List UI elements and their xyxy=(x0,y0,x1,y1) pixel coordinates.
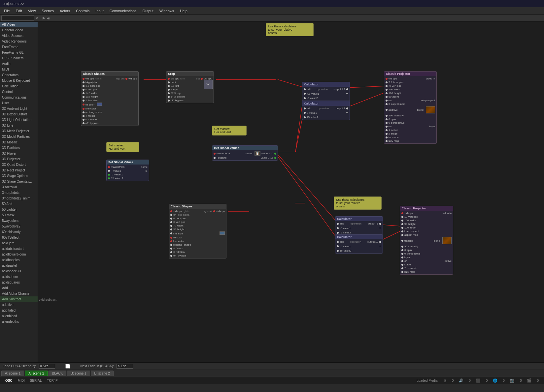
sidebar-item-general-video[interactable]: General Video xyxy=(0,27,38,33)
scene-tab-b1[interactable]: B: scene 1 xyxy=(67,371,90,376)
calculator-node-3[interactable]: Calculator add operation output -1 -5val… xyxy=(335,216,383,235)
sidebar-item-acid-jam[interactable]: acid jam xyxy=(0,240,38,246)
sidebar-item-50add[interactable]: 50 Add xyxy=(0,201,38,207)
sidebar-item-50lighten[interactable]: 50 Lighten xyxy=(0,207,38,212)
sidebar-item-communications[interactable]: Communications xyxy=(0,95,38,100)
menu-input[interactable]: Input xyxy=(93,8,106,14)
sidebar-item-aggitated[interactable]: aggitated xyxy=(0,308,38,313)
sidebar-item-3d-bezier[interactable]: 3D Bezier Distort xyxy=(0,111,38,117)
transport-tcp[interactable]: TCP/IP xyxy=(47,379,57,382)
menu-communications[interactable]: Communications xyxy=(107,8,139,14)
calculator-node-4[interactable]: Calculator add operation output 10 -5val… xyxy=(335,234,383,254)
sidebar-item-audio[interactable]: Audio xyxy=(0,61,38,67)
sidebar-item-glsl[interactable]: GLSL Shaders xyxy=(0,55,38,61)
sidebar-item-mouse-keyboard[interactable]: Mouse & Keyboard xyxy=(0,78,38,83)
main-layout: All Video General Video Video Sources Vi… xyxy=(0,22,544,362)
sidebar-item-freeframe-gl[interactable]: FreeFrame GL xyxy=(0,50,38,55)
get-global-values-node[interactable]: Get Global Values masterPOS name 📋 value… xyxy=(212,145,278,161)
canvas-area[interactable]: Use these calculatorsto set your relativ… xyxy=(38,22,544,362)
sidebar-item-3d-mesh[interactable]: 3D Mesh Projector xyxy=(0,128,38,134)
comment-set-master: Set master:Hor and Vert xyxy=(106,142,139,152)
scene-tab-b2[interactable]: B: scene 2 xyxy=(91,371,114,376)
sidebar-item-3d-line[interactable]: 3D Line xyxy=(0,123,38,128)
menu-actors[interactable]: Actors xyxy=(57,8,73,14)
search-input[interactable] xyxy=(1,15,34,21)
sidebar-item-acidsphere[interactable]: acidsphere xyxy=(0,274,38,280)
sidebar-item-3morphdots[interactable]: 3morphdots xyxy=(0,190,38,196)
sidebar-item-3d-mosaic[interactable]: 3D Mosaic xyxy=(0,139,38,145)
calculator-node-2[interactable]: Calculator add operation output 7 8value… xyxy=(302,101,350,120)
sidebar-item-3d-ambient[interactable]: 3D Ambient Light xyxy=(0,106,38,111)
sidebar-item-60stv[interactable]: 60sTVeffect xyxy=(0,235,38,240)
transport-midi[interactable]: MIDI xyxy=(18,379,25,382)
sidebar-item-3d-stage-options[interactable]: 3D Stage Options xyxy=(0,173,38,179)
sidebar-item-60acid[interactable]: 60acidcandy xyxy=(0,229,38,235)
play-icon[interactable]: ▶ xyxy=(43,16,45,20)
scene-tab-a1[interactable]: A: scene 1 xyxy=(1,371,24,376)
sidebar-item-acidsquares[interactable]: acidsquares xyxy=(0,280,38,285)
sidebar-item-acidflower[interactable]: acidflowerbloom xyxy=(0,252,38,257)
sidebar-item-3d-stage-orient[interactable]: 3D Stage Orientati... xyxy=(0,179,38,184)
sidebar-item-add[interactable]: Add xyxy=(0,285,38,291)
sidebar-item-additive[interactable]: additive xyxy=(0,302,38,308)
sidebar-item-video-renderers[interactable]: Video Renderers xyxy=(0,39,38,44)
menu-controls[interactable]: Controls xyxy=(73,8,92,14)
sidebar-item-alienblood[interactable]: alienblood xyxy=(0,313,38,319)
fade-value-input[interactable] xyxy=(39,364,55,369)
transport-serial[interactable]: SERIAL xyxy=(30,379,42,382)
sidebar-item-generators[interactable]: Generators xyxy=(0,72,38,78)
menu-scenes[interactable]: Scenes xyxy=(39,8,56,14)
menu-output[interactable]: Output xyxy=(140,8,156,14)
scene-tab-a2[interactable]: A: scene 2 xyxy=(25,371,48,376)
calculator-node-1[interactable]: Calculator add operation output 1.1 7.1v… xyxy=(302,82,350,101)
sidebar-item-3d-rect[interactable]: 3D Rect Project xyxy=(0,167,38,173)
fade-checkbox[interactable] xyxy=(58,364,78,369)
menu-file[interactable]: File xyxy=(1,8,13,14)
sidebar-item-3morphdots2[interactable]: 3morphdots2_anim xyxy=(0,196,38,201)
titlebar: projectors.izz xyxy=(0,0,544,7)
sidebar-item-3isacrowd[interactable]: 3isacrowd xyxy=(0,184,38,190)
comment-text: Use these calculatorsto set your relativ… xyxy=(268,25,311,35)
sidebar-item-3d-light[interactable]: 3D Light Orientation xyxy=(0,117,38,123)
sidebar-item-3d-particles[interactable]: 3D Particles xyxy=(0,145,38,151)
sidebar-item-user[interactable]: User xyxy=(0,100,38,106)
classic-shapes-node-1[interactable]: Classic Shapes vid-cpurgb inrgb outvid-c… xyxy=(81,71,139,126)
menu-help[interactable]: Help xyxy=(177,8,190,14)
sidebar-item-acidhappies[interactable]: acidhappies xyxy=(0,257,38,263)
sidebar-item-midi[interactable]: MIDI xyxy=(0,67,38,72)
sidebar-item-add-alpha[interactable]: Add Alpha Channel xyxy=(0,291,38,296)
crop-node[interactable]: Crop vid-cpuforeoutvid-cpu ✂ back 3.1lef… xyxy=(166,71,214,103)
projector-1-body: vid-cpuvideo in 7.1horz pos -5vert pos 1… xyxy=(384,76,436,143)
sidebar-item-freeframe[interactable]: FreeFrame xyxy=(0,44,38,50)
calc-3-body: add operation output -1 -5value1 + -6val… xyxy=(335,221,383,235)
sidebar-item-3d-player[interactable]: 3D Player xyxy=(0,151,38,156)
sidebar-item-all-video[interactable]: All Video xyxy=(0,22,38,27)
sidebar-item-control[interactable]: Control xyxy=(0,89,38,95)
set-global-values-node[interactable]: Set Global Values masterPOSname values▶ … xyxy=(106,160,149,181)
sidebar-item-50mask[interactable]: 50 Mask xyxy=(0,212,38,218)
sidebar-item-3d-projector[interactable]: 3D Projector xyxy=(0,156,38,162)
sidebar-item-video-sources[interactable]: Video Sources xyxy=(0,33,38,39)
sidebar-item-aliendepths[interactable]: aliendepths xyxy=(0,319,38,324)
next-fade-input[interactable] xyxy=(117,364,133,369)
transport-osc[interactable]: OSC xyxy=(5,379,13,382)
sidebar-item-5waycolors[interactable]: 5waycolors xyxy=(0,218,38,224)
step-icon[interactable]: ⏭ xyxy=(47,16,50,20)
sidebar-item-3d-quad[interactable]: 3D Quad Distort xyxy=(0,162,38,167)
sidebar-item-5waycolors2[interactable]: 5waycolors2 xyxy=(0,224,38,229)
sidebar-item-acidspace[interactable]: acidspace3D xyxy=(0,268,38,274)
crop-title: Crop xyxy=(166,72,214,76)
menu-view[interactable]: View xyxy=(25,8,39,14)
sidebar-item-calculation[interactable]: Calculation xyxy=(0,83,38,89)
classic-projector-node-2[interactable]: Classic Projector vid-cpuvideo in 10vert… xyxy=(400,206,453,275)
menu-windows[interactable]: Windows xyxy=(157,8,177,14)
classic-projector-node-1[interactable]: Classic Projector vid-cpuvideo in 7.1hor… xyxy=(384,71,437,144)
sidebar-item-acidpastel[interactable]: acidpastel xyxy=(0,263,38,268)
classic-shapes-node-2[interactable]: Classic Shapes vid-cpurgb inrgb outvid-c… xyxy=(169,204,226,258)
sidebar-item-acidabstract[interactable]: acidabstractart xyxy=(0,246,38,252)
svg-line-2 xyxy=(278,79,305,88)
scene-tab-black[interactable]: BLACK xyxy=(49,371,67,376)
sidebar-item-add-subtract[interactable]: Add Subtract xyxy=(0,296,38,302)
menu-edit[interactable]: Edit xyxy=(13,8,25,14)
sidebar-item-3d-model[interactable]: 3D Model Particles xyxy=(0,134,38,139)
